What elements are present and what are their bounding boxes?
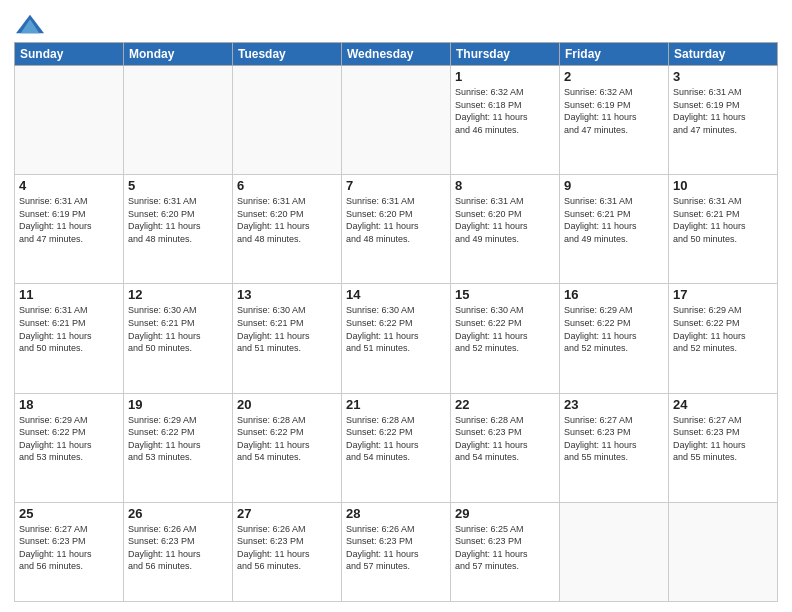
calendar-cell: 6Sunrise: 6:31 AM Sunset: 6:20 PM Daylig… <box>233 175 342 284</box>
day-info: Sunrise: 6:32 AM Sunset: 6:18 PM Dayligh… <box>455 86 555 136</box>
day-info: Sunrise: 6:27 AM Sunset: 6:23 PM Dayligh… <box>19 523 119 573</box>
weekday-header-row: Sunday Monday Tuesday Wednesday Thursday… <box>15 43 778 66</box>
calendar-cell: 10Sunrise: 6:31 AM Sunset: 6:21 PM Dayli… <box>669 175 778 284</box>
calendar-cell <box>233 66 342 175</box>
calendar-cell: 17Sunrise: 6:29 AM Sunset: 6:22 PM Dayli… <box>669 284 778 393</box>
calendar-cell: 14Sunrise: 6:30 AM Sunset: 6:22 PM Dayli… <box>342 284 451 393</box>
day-number: 1 <box>455 69 555 84</box>
calendar-cell: 29Sunrise: 6:25 AM Sunset: 6:23 PM Dayli… <box>451 502 560 601</box>
header-tuesday: Tuesday <box>233 43 342 66</box>
day-info: Sunrise: 6:27 AM Sunset: 6:23 PM Dayligh… <box>564 414 664 464</box>
calendar-cell: 13Sunrise: 6:30 AM Sunset: 6:21 PM Dayli… <box>233 284 342 393</box>
day-number: 20 <box>237 397 337 412</box>
day-info: Sunrise: 6:31 AM Sunset: 6:20 PM Dayligh… <box>455 195 555 245</box>
day-info: Sunrise: 6:26 AM Sunset: 6:23 PM Dayligh… <box>128 523 228 573</box>
header-friday: Friday <box>560 43 669 66</box>
day-number: 25 <box>19 506 119 521</box>
day-number: 16 <box>564 287 664 302</box>
calendar-cell: 18Sunrise: 6:29 AM Sunset: 6:22 PM Dayli… <box>15 393 124 502</box>
calendar-cell: 25Sunrise: 6:27 AM Sunset: 6:23 PM Dayli… <box>15 502 124 601</box>
calendar-cell: 5Sunrise: 6:31 AM Sunset: 6:20 PM Daylig… <box>124 175 233 284</box>
day-number: 12 <box>128 287 228 302</box>
day-number: 6 <box>237 178 337 193</box>
calendar-cell <box>342 66 451 175</box>
day-info: Sunrise: 6:31 AM Sunset: 6:20 PM Dayligh… <box>237 195 337 245</box>
calendar-cell: 21Sunrise: 6:28 AM Sunset: 6:22 PM Dayli… <box>342 393 451 502</box>
day-number: 19 <box>128 397 228 412</box>
day-info: Sunrise: 6:31 AM Sunset: 6:20 PM Dayligh… <box>128 195 228 245</box>
day-info: Sunrise: 6:31 AM Sunset: 6:21 PM Dayligh… <box>19 304 119 354</box>
logo-icon <box>16 10 44 38</box>
calendar-cell: 26Sunrise: 6:26 AM Sunset: 6:23 PM Dayli… <box>124 502 233 601</box>
calendar-cell: 27Sunrise: 6:26 AM Sunset: 6:23 PM Dayli… <box>233 502 342 601</box>
calendar-cell: 9Sunrise: 6:31 AM Sunset: 6:21 PM Daylig… <box>560 175 669 284</box>
day-number: 18 <box>19 397 119 412</box>
day-number: 17 <box>673 287 773 302</box>
day-info: Sunrise: 6:27 AM Sunset: 6:23 PM Dayligh… <box>673 414 773 464</box>
header-saturday: Saturday <box>669 43 778 66</box>
day-number: 29 <box>455 506 555 521</box>
week-row-1: 4Sunrise: 6:31 AM Sunset: 6:19 PM Daylig… <box>15 175 778 284</box>
day-info: Sunrise: 6:26 AM Sunset: 6:23 PM Dayligh… <box>237 523 337 573</box>
day-number: 28 <box>346 506 446 521</box>
day-info: Sunrise: 6:31 AM Sunset: 6:19 PM Dayligh… <box>19 195 119 245</box>
day-info: Sunrise: 6:31 AM Sunset: 6:21 PM Dayligh… <box>673 195 773 245</box>
week-row-0: 1Sunrise: 6:32 AM Sunset: 6:18 PM Daylig… <box>15 66 778 175</box>
header <box>14 10 778 38</box>
day-number: 21 <box>346 397 446 412</box>
day-info: Sunrise: 6:30 AM Sunset: 6:21 PM Dayligh… <box>237 304 337 354</box>
header-wednesday: Wednesday <box>342 43 451 66</box>
day-info: Sunrise: 6:28 AM Sunset: 6:22 PM Dayligh… <box>237 414 337 464</box>
day-number: 4 <box>19 178 119 193</box>
calendar-table: Sunday Monday Tuesday Wednesday Thursday… <box>14 42 778 602</box>
day-info: Sunrise: 6:31 AM Sunset: 6:21 PM Dayligh… <box>564 195 664 245</box>
calendar-cell: 7Sunrise: 6:31 AM Sunset: 6:20 PM Daylig… <box>342 175 451 284</box>
day-info: Sunrise: 6:29 AM Sunset: 6:22 PM Dayligh… <box>128 414 228 464</box>
day-info: Sunrise: 6:31 AM Sunset: 6:19 PM Dayligh… <box>673 86 773 136</box>
day-number: 22 <box>455 397 555 412</box>
calendar-cell <box>15 66 124 175</box>
week-row-4: 25Sunrise: 6:27 AM Sunset: 6:23 PM Dayli… <box>15 502 778 601</box>
day-info: Sunrise: 6:30 AM Sunset: 6:22 PM Dayligh… <box>346 304 446 354</box>
calendar-cell: 1Sunrise: 6:32 AM Sunset: 6:18 PM Daylig… <box>451 66 560 175</box>
calendar-cell: 28Sunrise: 6:26 AM Sunset: 6:23 PM Dayli… <box>342 502 451 601</box>
calendar-cell <box>124 66 233 175</box>
calendar-cell: 8Sunrise: 6:31 AM Sunset: 6:20 PM Daylig… <box>451 175 560 284</box>
calendar-cell <box>560 502 669 601</box>
header-sunday: Sunday <box>15 43 124 66</box>
day-info: Sunrise: 6:25 AM Sunset: 6:23 PM Dayligh… <box>455 523 555 573</box>
day-number: 15 <box>455 287 555 302</box>
day-number: 11 <box>19 287 119 302</box>
page: Sunday Monday Tuesday Wednesday Thursday… <box>0 0 792 612</box>
day-info: Sunrise: 6:32 AM Sunset: 6:19 PM Dayligh… <box>564 86 664 136</box>
calendar-cell: 16Sunrise: 6:29 AM Sunset: 6:22 PM Dayli… <box>560 284 669 393</box>
day-number: 7 <box>346 178 446 193</box>
week-row-3: 18Sunrise: 6:29 AM Sunset: 6:22 PM Dayli… <box>15 393 778 502</box>
header-monday: Monday <box>124 43 233 66</box>
calendar-cell: 22Sunrise: 6:28 AM Sunset: 6:23 PM Dayli… <box>451 393 560 502</box>
day-number: 26 <box>128 506 228 521</box>
logo <box>14 14 44 38</box>
calendar-cell: 3Sunrise: 6:31 AM Sunset: 6:19 PM Daylig… <box>669 66 778 175</box>
day-number: 23 <box>564 397 664 412</box>
week-row-2: 11Sunrise: 6:31 AM Sunset: 6:21 PM Dayli… <box>15 284 778 393</box>
day-info: Sunrise: 6:31 AM Sunset: 6:20 PM Dayligh… <box>346 195 446 245</box>
day-info: Sunrise: 6:29 AM Sunset: 6:22 PM Dayligh… <box>564 304 664 354</box>
day-info: Sunrise: 6:30 AM Sunset: 6:22 PM Dayligh… <box>455 304 555 354</box>
header-thursday: Thursday <box>451 43 560 66</box>
day-number: 13 <box>237 287 337 302</box>
calendar-cell: 15Sunrise: 6:30 AM Sunset: 6:22 PM Dayli… <box>451 284 560 393</box>
day-number: 9 <box>564 178 664 193</box>
calendar-cell: 4Sunrise: 6:31 AM Sunset: 6:19 PM Daylig… <box>15 175 124 284</box>
day-info: Sunrise: 6:29 AM Sunset: 6:22 PM Dayligh… <box>673 304 773 354</box>
calendar-cell: 2Sunrise: 6:32 AM Sunset: 6:19 PM Daylig… <box>560 66 669 175</box>
day-info: Sunrise: 6:28 AM Sunset: 6:23 PM Dayligh… <box>455 414 555 464</box>
day-info: Sunrise: 6:30 AM Sunset: 6:21 PM Dayligh… <box>128 304 228 354</box>
calendar-cell: 19Sunrise: 6:29 AM Sunset: 6:22 PM Dayli… <box>124 393 233 502</box>
day-number: 27 <box>237 506 337 521</box>
day-number: 14 <box>346 287 446 302</box>
calendar-cell: 12Sunrise: 6:30 AM Sunset: 6:21 PM Dayli… <box>124 284 233 393</box>
day-number: 3 <box>673 69 773 84</box>
day-info: Sunrise: 6:28 AM Sunset: 6:22 PM Dayligh… <box>346 414 446 464</box>
calendar-cell: 11Sunrise: 6:31 AM Sunset: 6:21 PM Dayli… <box>15 284 124 393</box>
